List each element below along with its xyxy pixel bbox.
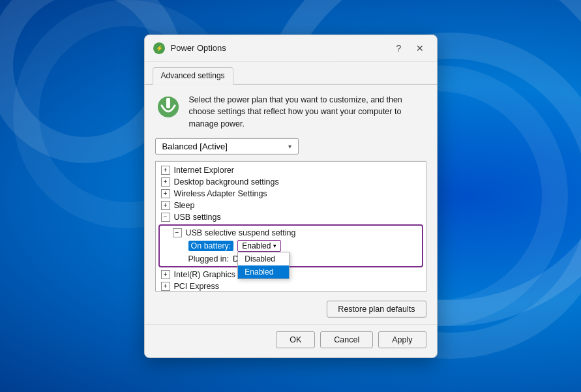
help-button[interactable]: ?	[390, 41, 408, 54]
close-button[interactable]: ✕	[411, 41, 429, 54]
list-item-usb-settings[interactable]: − USB settings	[156, 211, 426, 223]
dropdown-popup: Disabled Enabled	[237, 252, 290, 279]
on-battery-label: On battery:	[188, 241, 234, 251]
expand-icon: +	[161, 282, 170, 291]
chevron-down-icon: ▾	[288, 143, 291, 150]
item-label: USB settings	[174, 213, 221, 222]
on-battery-row: On battery: Enabled ▾ Disabled Enabled	[160, 239, 422, 253]
power-options-dialog: ⚡ Power Options ? ✕ Advanced settings Se…	[144, 34, 438, 357]
plan-selector[interactable]: Balanced [Active] ▾	[155, 138, 299, 155]
item-label: PCI Express	[174, 282, 219, 291]
usb-settings-section: − USB selective suspend setting On batte…	[158, 224, 423, 267]
expand-icon: −	[161, 213, 170, 222]
advanced-settings-tab[interactable]: Advanced settings	[153, 67, 233, 84]
item-label: Internet Explorer	[174, 166, 234, 175]
expand-icon: +	[161, 270, 170, 279]
apply-button[interactable]: Apply	[378, 331, 426, 348]
header-description: Select the power plan that you want to c…	[189, 93, 426, 130]
header-section: Select the power plan that you want to c…	[145, 84, 437, 138]
power-plan-icon	[155, 93, 181, 119]
list-item-sleep[interactable]: + Sleep	[156, 200, 426, 211]
list-item-desktop-background[interactable]: + Desktop background settings	[156, 176, 426, 188]
plan-selector-wrap: Balanced [Active] ▾	[145, 138, 437, 161]
on-battery-dropdown[interactable]: Enabled ▾ Disabled Enabled	[237, 240, 281, 252]
chevron-down-icon: ▾	[273, 243, 276, 249]
dialog-title: Power Options	[171, 43, 385, 53]
plugged-in-row: Plugged in: Disabled	[160, 253, 422, 265]
list-item-intel-graphics[interactable]: + Intel(R) Graphics Settings	[156, 269, 426, 280]
expand-icon: +	[161, 166, 170, 175]
item-label: Sleep	[174, 201, 195, 210]
tab-bar: Advanced settings	[145, 61, 437, 84]
title-bar-controls: ? ✕	[390, 41, 429, 54]
list-item-pci-express[interactable]: + PCI Express	[156, 280, 426, 292]
item-label: USB selective suspend setting	[186, 228, 296, 237]
svg-rect-3	[166, 97, 170, 108]
svg-text:⚡: ⚡	[155, 44, 163, 52]
plan-selector-value: Balanced [Active]	[162, 142, 228, 151]
ok-button[interactable]: OK	[276, 331, 315, 348]
list-item-internet-explorer[interactable]: + Internet Explorer	[156, 164, 426, 176]
item-label: Wireless Adapter Settings	[174, 189, 267, 198]
header-icon	[155, 93, 181, 119]
expand-icon: −	[173, 228, 182, 237]
title-icon: ⚡	[153, 41, 166, 54]
expand-icon: +	[161, 201, 170, 210]
list-item-usb-selective[interactable]: − USB selective suspend setting	[160, 227, 422, 239]
settings-list[interactable]: + Internet Explorer + Desktop background…	[155, 161, 426, 292]
dialog-body: Advanced settings Select the power plan …	[145, 61, 437, 324]
plugged-in-label: Plugged in:	[188, 254, 230, 264]
dropdown-trigger[interactable]: Enabled ▾	[237, 240, 281, 252]
restore-defaults-button[interactable]: Restore plan defaults	[327, 301, 426, 318]
item-label: Desktop background settings	[174, 177, 279, 187]
dropdown-option-disabled[interactable]: Disabled	[238, 252, 289, 265]
list-item-wireless-adapter[interactable]: + Wireless Adapter Settings	[156, 188, 426, 200]
expand-icon: +	[161, 177, 170, 187]
title-bar: ⚡ Power Options ? ✕	[145, 35, 437, 61]
settings-list-inner: + Internet Explorer + Desktop background…	[156, 162, 426, 292]
dropdown-option-enabled[interactable]: Enabled	[238, 265, 289, 279]
cancel-button[interactable]: Cancel	[320, 331, 373, 348]
expand-icon: +	[161, 189, 170, 198]
dialog-footer: OK Cancel Apply	[145, 324, 437, 357]
restore-wrap: Restore plan defaults	[145, 298, 437, 324]
dropdown-value: Enabled	[242, 241, 271, 250]
